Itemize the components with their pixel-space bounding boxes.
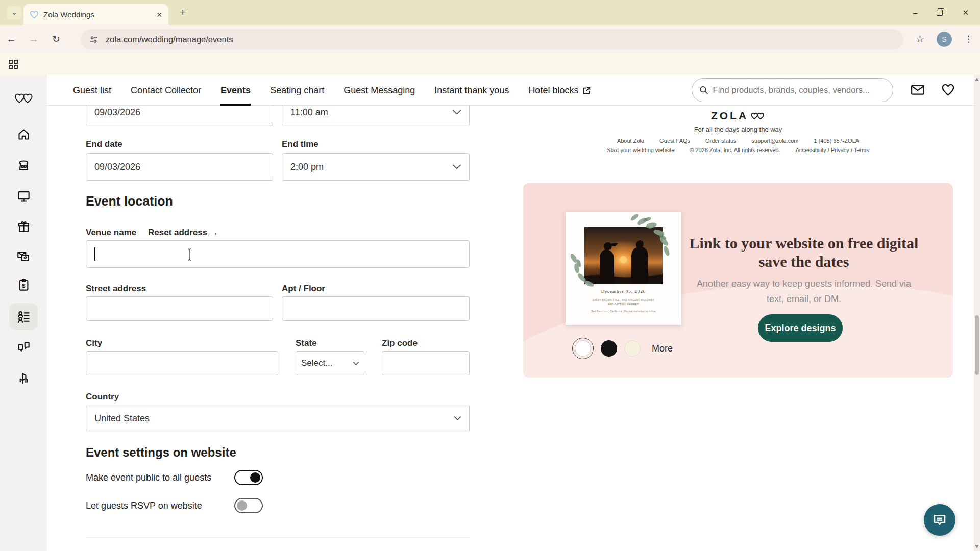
forward-icon[interactable]: → bbox=[22, 34, 45, 45]
tab-instant-thank-yous[interactable]: Instant thank yous bbox=[434, 75, 509, 106]
text-caret bbox=[94, 247, 95, 261]
promo-subtext: Another easy way to keep guests informed… bbox=[691, 276, 917, 307]
events-page: 09/03/2026 11:00 am End date 09/03/2026 … bbox=[47, 106, 974, 551]
sidebar-item-invites[interactable] bbox=[9, 243, 38, 270]
public-toggle[interactable] bbox=[234, 470, 263, 485]
main-content: Guest list Contact Collector Events Seat… bbox=[47, 75, 974, 551]
apps-grid-icon[interactable] bbox=[8, 59, 18, 69]
sidebar-item-registry[interactable] bbox=[9, 213, 38, 240]
bookmark-star-icon[interactable]: ☆ bbox=[916, 33, 924, 45]
zola-footer-logo: ZOLA bbox=[523, 110, 953, 122]
zip-code-label: Zip code bbox=[382, 338, 418, 348]
app-sidebar: $ bbox=[0, 75, 47, 551]
explore-designs-button[interactable]: Explore designs bbox=[758, 314, 843, 342]
sidebar-item-zola-logo[interactable] bbox=[9, 85, 38, 112]
country-label: Country bbox=[86, 392, 119, 402]
city-input[interactable] bbox=[86, 351, 278, 375]
community-chat-icon bbox=[17, 340, 31, 354]
chevron-down-icon bbox=[453, 110, 461, 115]
tab-guest-list[interactable]: Guest list bbox=[73, 75, 111, 106]
minimize-icon[interactable]: – bbox=[913, 8, 917, 17]
back-icon[interactable]: ← bbox=[0, 34, 22, 45]
footer-link[interactable]: About Zola bbox=[617, 138, 644, 144]
zip-code-input[interactable] bbox=[382, 351, 470, 375]
section-nav: Guest list Contact Collector Events Seat… bbox=[47, 75, 974, 106]
street-address-label: Street address bbox=[86, 284, 146, 294]
reload-icon[interactable]: ↻ bbox=[45, 33, 67, 45]
end-time-select[interactable]: 2:00 pm bbox=[282, 153, 470, 181]
swatch-cream[interactable] bbox=[624, 340, 641, 357]
event-settings-heading: Event settings on website bbox=[86, 445, 236, 460]
zola-logo-icon bbox=[14, 92, 33, 105]
apt-floor-input[interactable] bbox=[282, 296, 470, 321]
tab-search-caret-icon[interactable]: ⌄ bbox=[7, 6, 21, 19]
eucalyptus-decoration bbox=[566, 212, 681, 294]
footer-link[interactable]: Accessibility / Privacy / Terms bbox=[796, 147, 869, 153]
reset-address-link[interactable]: Reset address → bbox=[148, 228, 218, 238]
promo-heading: Link to your website on free digital sav… bbox=[685, 234, 922, 271]
state-select[interactable]: Select... bbox=[296, 351, 364, 375]
search-bar[interactable] bbox=[692, 78, 893, 102]
tab-seating-chart[interactable]: Seating chart bbox=[270, 75, 324, 106]
city-label: City bbox=[86, 338, 102, 348]
end-date-label: End date bbox=[86, 139, 122, 149]
chevron-down-icon bbox=[353, 362, 359, 365]
browser-menu-icon[interactable]: ⋮ bbox=[964, 34, 973, 44]
scroll-up-arrow[interactable] bbox=[975, 78, 979, 81]
start-date-field[interactable]: 09/03/2026 bbox=[86, 106, 273, 126]
address-bar[interactable]: zola.com/wedding/manage/events bbox=[81, 29, 903, 49]
budget-icon: $ bbox=[17, 278, 31, 292]
restore-icon[interactable] bbox=[937, 10, 943, 16]
tab-hotel-blocks[interactable]: Hotel blocks bbox=[528, 75, 591, 106]
new-tab-icon[interactable]: + bbox=[180, 6, 186, 18]
messages-icon[interactable] bbox=[911, 83, 925, 96]
swatch-white-selected[interactable] bbox=[572, 338, 594, 359]
sidebar-item-community[interactable] bbox=[9, 334, 38, 361]
chat-bubble-icon bbox=[932, 512, 947, 528]
tab-guest-messaging[interactable]: Guest Messaging bbox=[344, 75, 415, 106]
external-link-icon bbox=[582, 86, 591, 95]
stationery-location: San Francisco, California | Formal invit… bbox=[566, 310, 681, 313]
site-info-icon[interactable] bbox=[89, 35, 99, 44]
storefront-icon bbox=[17, 159, 31, 172]
footer-link[interactable]: Order status bbox=[705, 138, 737, 144]
start-time-select[interactable]: 11:00 am bbox=[282, 106, 470, 126]
search-icon bbox=[699, 85, 708, 95]
sidebar-item-budget[interactable]: $ bbox=[9, 271, 38, 298]
sidebar-item-home[interactable] bbox=[9, 121, 38, 148]
stationery-line: ARE GETTING MARRIED bbox=[566, 303, 681, 306]
profile-avatar[interactable]: S bbox=[937, 32, 952, 47]
end-date-field[interactable]: 09/03/2026 bbox=[86, 153, 273, 181]
page-scrollbar[interactable] bbox=[974, 75, 980, 551]
favorites-heart-icon[interactable] bbox=[941, 83, 955, 96]
footer-link[interactable]: Guest FAQs bbox=[659, 138, 690, 144]
tab-close-icon[interactable]: ✕ bbox=[156, 11, 162, 19]
more-colors-label[interactable]: More bbox=[652, 343, 673, 354]
country-select[interactable]: United States bbox=[86, 405, 470, 432]
search-input[interactable] bbox=[713, 85, 886, 95]
rsvp-toggle[interactable] bbox=[234, 498, 263, 513]
chat-fab-button[interactable] bbox=[924, 504, 955, 536]
browser-tab[interactable]: Zola Weddings ✕ bbox=[23, 4, 168, 25]
footer-link[interactable]: Start your wedding website bbox=[607, 147, 674, 153]
zola-hearts-icon bbox=[750, 111, 765, 120]
scrollbar-thumb[interactable] bbox=[975, 315, 979, 375]
tab-contact-collector[interactable]: Contact Collector bbox=[131, 75, 201, 106]
ibeam-cursor bbox=[186, 248, 192, 261]
swatch-black[interactable] bbox=[601, 340, 617, 357]
state-label: State bbox=[296, 338, 317, 348]
window-close-icon[interactable]: ✕ bbox=[962, 8, 969, 17]
footer-link[interactable]: support@zola.com bbox=[752, 138, 799, 144]
tab-events[interactable]: Events bbox=[220, 75, 251, 106]
street-address-input[interactable] bbox=[86, 296, 273, 321]
sidebar-item-shop[interactable] bbox=[9, 152, 38, 179]
window-titlebar: ⌄ Zola Weddings ✕ + – ✕ bbox=[0, 0, 980, 25]
venue-name-input[interactable] bbox=[86, 240, 470, 268]
event-location-heading: Event location bbox=[86, 194, 173, 209]
footer-link[interactable]: 1 (408) 657-ZOLA bbox=[814, 138, 859, 144]
sidebar-item-website[interactable] bbox=[9, 183, 38, 210]
sidebar-item-guest-list[interactable] bbox=[9, 303, 38, 330]
sidebar-item-seating[interactable] bbox=[9, 365, 38, 392]
chevron-down-icon bbox=[454, 416, 461, 420]
scroll-down-arrow[interactable] bbox=[975, 545, 979, 548]
